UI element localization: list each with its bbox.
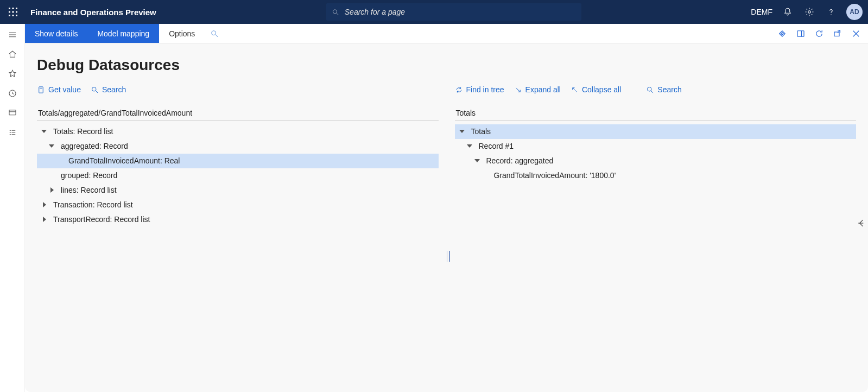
svg-rect-2: [16, 8, 17, 9]
avatar[interactable]: AD: [846, 4, 863, 20]
tree-row[interactable]: Transaction: Record list: [37, 198, 439, 212]
tree-row[interactable]: TransportRecord: Record list: [37, 212, 439, 227]
find-in-tree-button[interactable]: Find in tree: [455, 85, 504, 94]
svg-rect-29: [834, 32, 839, 36]
close-button[interactable]: [848, 26, 864, 41]
right-search-button[interactable]: Search: [646, 85, 681, 94]
tree-caret[interactable]: [467, 143, 473, 150]
collapse-all-label: Collapse all: [582, 85, 621, 94]
tree-row[interactable]: lines: Record list: [37, 183, 439, 198]
nav-favorites-button[interactable]: [1, 64, 24, 84]
svg-point-25: [212, 30, 216, 35]
svg-point-11: [808, 11, 811, 14]
get-value-button[interactable]: Get value: [37, 85, 81, 94]
company-picker[interactable]: DEMF: [751, 8, 772, 16]
popout-button[interactable]: [830, 26, 845, 41]
svg-rect-27: [797, 30, 804, 36]
left-toolbar: Get value Search: [37, 81, 439, 98]
tab-model-mapping[interactable]: Model mapping: [87, 24, 159, 43]
nav-recent-button[interactable]: [1, 84, 24, 103]
panel-icon: [796, 29, 806, 39]
settings-button[interactable]: [800, 2, 819, 22]
tab-show-details[interactable]: Show details: [25, 24, 87, 43]
calculator-icon: [37, 86, 45, 94]
gear-icon: [804, 7, 814, 17]
left-tree[interactable]: Totals: Record listaggregated: RecordGra…: [37, 124, 439, 227]
star-icon: [8, 69, 17, 79]
side-panel-button[interactable]: [793, 26, 808, 41]
nav-workspaces-button[interactable]: [1, 103, 24, 123]
tree-row-label: Totals: Record list: [53, 124, 113, 139]
left-pane: Get value Search Totals/aggregated/Grand…: [37, 81, 439, 227]
right-toolbar: Find in tree Expand all Collapse all: [455, 81, 857, 98]
tree-caret[interactable]: [49, 187, 55, 194]
tree-row-label: lines: Record list: [61, 183, 117, 198]
question-icon: [826, 7, 836, 17]
tree-row[interactable]: Record #1: [455, 139, 857, 154]
global-header: Finance and Operations Preview DEMF AD: [0, 0, 868, 24]
page-canvas: Debug Datasources Get value Search: [25, 43, 868, 392]
right-search-label: Search: [657, 85, 681, 94]
pane-splitter[interactable]: [447, 251, 450, 262]
app-launcher-button[interactable]: [2, 1, 24, 23]
modules-icon: [8, 128, 17, 137]
svg-rect-3: [9, 11, 10, 13]
tree-row-label: TransportRecord: Record list: [53, 212, 150, 227]
tab-options[interactable]: Options: [159, 24, 205, 43]
tree-caret[interactable]: [41, 202, 48, 208]
svg-line-41: [96, 91, 98, 93]
svg-line-26: [216, 35, 218, 37]
hamburger-icon: [8, 30, 17, 40]
tree-row-label: GrandTotalInvoicedAmount: Real: [68, 154, 180, 168]
help-button[interactable]: [821, 2, 841, 22]
tree-row[interactable]: Totals: Record list: [37, 124, 439, 139]
tree-caret[interactable]: [41, 217, 48, 223]
tree-row[interactable]: Totals: [455, 124, 857, 139]
right-tree[interactable]: TotalsRecord #1Record: aggregatedGrandTo…: [455, 124, 857, 183]
action-pane-search-button[interactable]: [205, 24, 224, 43]
right-breadcrumb[interactable]: Totals: [455, 106, 857, 121]
global-search-input[interactable]: [344, 7, 576, 17]
svg-rect-17: [9, 110, 16, 115]
tree-caret[interactable]: [459, 129, 466, 135]
left-search-label: Search: [102, 85, 126, 94]
svg-rect-4: [12, 11, 14, 13]
tree-row[interactable]: Record: aggregated: [455, 154, 857, 168]
tree-caret[interactable]: [474, 158, 481, 165]
tree-row[interactable]: aggregated: Record: [37, 139, 439, 154]
svg-point-9: [333, 9, 337, 13]
nav-expand-button[interactable]: [1, 25, 24, 45]
tree-row[interactable]: grouped: Record: [37, 168, 439, 183]
svg-point-40: [92, 87, 96, 91]
close-icon: [851, 29, 861, 39]
nav-home-button[interactable]: [1, 45, 24, 64]
svg-rect-1: [12, 8, 14, 9]
page-title: Debug Datasources: [37, 56, 856, 74]
refresh-button[interactable]: [812, 26, 827, 41]
expand-all-button[interactable]: Expand all: [514, 85, 561, 94]
expand-all-label: Expand all: [525, 85, 561, 94]
app-title: Finance and Operations Preview: [30, 8, 156, 17]
tree-row-label: Totals: [471, 124, 491, 139]
tree-row[interactable]: GrandTotalInvoicedAmount: Real: [37, 154, 439, 168]
global-search[interactable]: [326, 3, 581, 21]
refresh-sync-icon: [455, 86, 463, 94]
svg-rect-0: [9, 8, 10, 9]
left-search-button[interactable]: Search: [91, 85, 126, 94]
svg-point-12: [831, 14, 831, 15]
tree-row[interactable]: GrandTotalInvoicedAmount: '1800.0': [455, 168, 857, 183]
notifications-button[interactable]: [778, 2, 797, 22]
tree-caret[interactable]: [49, 143, 55, 150]
tree-row-label: GrandTotalInvoicedAmount: '1800.0': [494, 168, 616, 183]
left-breadcrumb[interactable]: Totals/aggregated/GrandTotalInvoicedAmou…: [37, 106, 439, 121]
tree-row-label: Transaction: Record list: [53, 198, 133, 212]
waffle-icon: [9, 8, 17, 16]
home-icon: [8, 49, 17, 59]
nav-modules-button[interactable]: [1, 123, 24, 142]
tree-caret[interactable]: [41, 129, 48, 135]
svg-line-10: [336, 13, 338, 15]
attachments-button[interactable]: [775, 26, 790, 41]
related-info-toggle[interactable]: [856, 218, 868, 230]
search-icon: [91, 86, 99, 94]
collapse-all-button[interactable]: Collapse all: [571, 85, 621, 94]
